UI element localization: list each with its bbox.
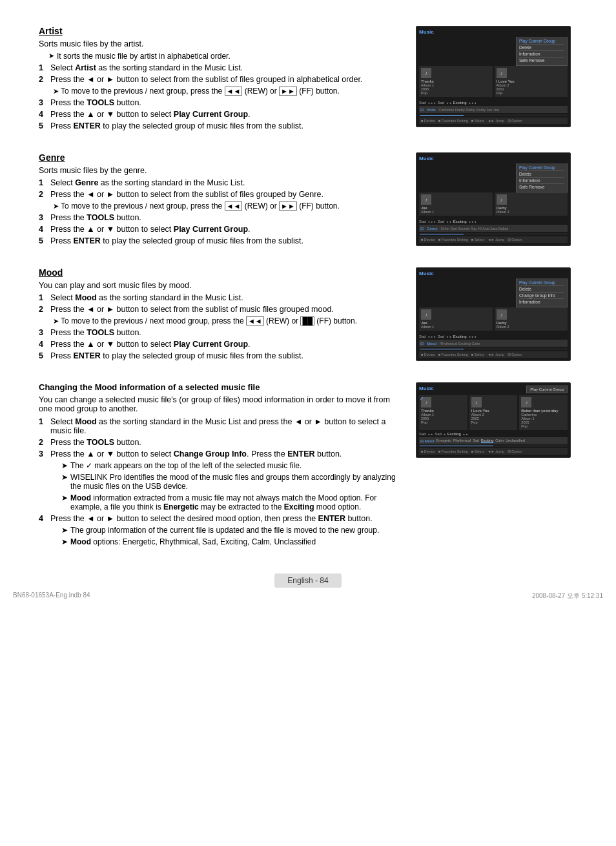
tip-group-update: ➤The group information of the current fi… bbox=[61, 526, 403, 535]
changing-step-2: 2Press the TOOLS button. bbox=[39, 438, 403, 447]
changing-ui-image: Music Play Current Group ♪ ✓ Thanks Albu… bbox=[416, 382, 577, 549]
mood-music-ui: Music Play Current Group Delete Change G… bbox=[416, 267, 571, 361]
genre-step-3: 3Press the TOOLS button. bbox=[39, 213, 403, 222]
genre-track-icon-2: ♪ bbox=[497, 194, 507, 205]
footer-label: English - 84 bbox=[274, 573, 341, 588]
sort-row: ⊟ Artist Catherine Darby Darby Darby Joe… bbox=[419, 106, 568, 113]
changing-sort-row: ⊟ Mood Energetic Rhythmical Sad Exciting… bbox=[419, 437, 568, 444]
mood-step-4: 4Press the ▲ or ▼ button to select Play … bbox=[39, 340, 403, 349]
mood-content: Mood You can play and sort music files b… bbox=[39, 267, 403, 363]
genre-tracks: ♪ Joe Album 1 ♪ Darby Album 2 bbox=[419, 192, 568, 216]
artist-steps-cont: 3Press the TOOLS button. 4Press the ▲ or… bbox=[39, 98, 403, 130]
changing-ui-title: Music bbox=[419, 386, 434, 391]
track-info: Album 12005Pop bbox=[421, 83, 491, 95]
mood-steps-cont: 3Press the TOOLS button. 4Press the ▲ or… bbox=[39, 328, 403, 360]
track-thanks: ♪ Thanks Album 12005Pop bbox=[419, 66, 493, 97]
changing-title: Changing the Mood information of a selec… bbox=[39, 382, 403, 392]
bottom-right-text: 2008-08-27 오후 5:12:31 bbox=[532, 592, 603, 601]
genre-content: Genre Sorts music files by the genre. 1S… bbox=[39, 152, 403, 248]
changing-track-icon-3: ♪ bbox=[521, 397, 531, 408]
page-bottom-bar: BN68-01653A-Eng.indb 84 2008-08-27 오후 5:… bbox=[0, 592, 616, 601]
mood-section: Mood You can play and sort music files b… bbox=[39, 267, 577, 363]
changing-steps: 1Select Mood as the sorting standard in … bbox=[39, 417, 403, 459]
exciting-label: Exciting bbox=[453, 101, 467, 105]
genre-step-4: 4Press the ▲ or ▼ button to select Play … bbox=[39, 225, 403, 234]
artist-music-ui: Music Play Current Group Delete Informat… bbox=[416, 26, 571, 127]
track-bar-fill bbox=[420, 115, 464, 116]
changing-step-1: 1Select Mood as the sorting standard in … bbox=[39, 417, 403, 435]
bottom-left-text: BN68-01653A-Eng.indb 84 bbox=[13, 592, 90, 601]
genre-section: Genre Sorts music files by the genre. 1S… bbox=[39, 152, 577, 248]
play-current-btn: Play Current Group bbox=[526, 386, 568, 393]
artist-tip1: ➤ It sorts the music file by artist in a… bbox=[48, 52, 403, 61]
sad-label2: Sad bbox=[438, 101, 445, 105]
genre-step-2: 2Press the ◄ or ► button to select from … bbox=[39, 190, 403, 199]
changing-desc: You can change a selected music file's (… bbox=[39, 395, 403, 413]
ctx-delete-m: Delete bbox=[519, 286, 564, 293]
mood-track-icon-2: ♪ bbox=[497, 309, 507, 320]
changing-step-4: 4Press the ◄ or ► button to select the d… bbox=[39, 514, 403, 523]
ctx-play-group-g: Play Current Group bbox=[519, 165, 564, 171]
genre-steps: 1Select Genre as the sorting standard in… bbox=[39, 178, 403, 199]
changing-track-3: ♪ Better than yesterday CatherineAlbum 1… bbox=[519, 395, 568, 430]
page-footer: English - 84 bbox=[0, 573, 616, 588]
ctx-safe-remove: Safe Remove bbox=[519, 57, 564, 63]
ctx-info-m: Information bbox=[519, 299, 564, 305]
page: Artist Sorts music files by the artist. … bbox=[0, 0, 616, 607]
changing-track-2: ♪ I Love You Album 22002Pop bbox=[469, 395, 518, 430]
changing-tips-4: ➤The group information of the current fi… bbox=[52, 526, 403, 546]
genre-sub-tip: ➤ To move to the previous / next group, … bbox=[53, 201, 403, 211]
music-ui-bottom: ■ Device ■ Favorites Setting ■ Select ◄►… bbox=[419, 118, 568, 124]
changing-steps-cont: 4Press the ◄ or ► button to select the d… bbox=[39, 514, 403, 523]
ctx-info-g: Information bbox=[519, 178, 564, 184]
ctx-play-group: Play Current Group bbox=[519, 38, 564, 45]
genre-track-info-2: Album 2 bbox=[497, 210, 566, 214]
genre-music-ui: Music Play Current Group Delete Informat… bbox=[416, 152, 571, 246]
changing-tracks: ♪ ✓ Thanks Album 12005Pop ♪ I Love You A… bbox=[419, 395, 568, 430]
mood-sub-tip: ➤ To move to the previous / next mood gr… bbox=[53, 316, 403, 325]
step-2: 2Press the ◄ or ► button to select from … bbox=[39, 75, 403, 84]
artist-sub-tip: ➤ To move to the previous / next group, … bbox=[53, 87, 403, 96]
genre-steps-cont: 3Press the TOOLS button. 4Press the ▲ or… bbox=[39, 213, 403, 245]
dots2: ● ● bbox=[446, 101, 451, 105]
artist-section: Artist Sorts music files by the artist. … bbox=[39, 26, 577, 133]
music-ui-title: Music bbox=[419, 29, 568, 35]
sort-label: Artist bbox=[427, 108, 436, 112]
track-iloveyou: ♪ I Love You Album 22002Pop bbox=[495, 66, 568, 97]
artist-desc: Sorts music files by the artist. bbox=[39, 39, 403, 48]
bottom-fav: ■ Favorites Setting bbox=[438, 119, 468, 123]
artist-title: Artist bbox=[39, 26, 403, 36]
genre-mood-row: Sad ● ● ● Sad ● ● Exciting ● ● ● bbox=[419, 220, 568, 223]
mood-steps: 1Select Mood as the sorting standard in … bbox=[39, 293, 403, 314]
tip-mood-options: ➤Mood options: Energetic, Rhythmical, Sa… bbox=[61, 537, 403, 546]
genre-ui-image: Music Play Current Group Delete Informat… bbox=[416, 152, 577, 248]
bottom-select: ■ Select bbox=[471, 119, 484, 123]
tip-mood-info: ➤Mood information extracted from a music… bbox=[61, 493, 403, 511]
tip-arrow: ➤ bbox=[48, 52, 54, 61]
track-icon-2: ♪ bbox=[497, 68, 507, 78]
ctx-play-group-m: Play Current Group bbox=[519, 280, 564, 286]
ctx-delete: Delete bbox=[519, 45, 564, 51]
mood-ui-title: Music bbox=[419, 271, 568, 276]
sad-label: Sad bbox=[419, 101, 426, 105]
mood-desc: You can play and sort music files by moo… bbox=[39, 281, 403, 290]
changing-track-info-3: CatherineAlbum 12005Pop bbox=[521, 413, 566, 428]
artist-tip1-text: It sorts the music file by artist in alp… bbox=[57, 52, 231, 61]
ctx-info: Information bbox=[519, 51, 564, 57]
genre-title: Genre bbox=[39, 152, 403, 163]
changing-tips: ➤The ✓ mark appears on the top of the le… bbox=[52, 461, 403, 511]
genre-step-5: 5Press ENTER to play the selected group … bbox=[39, 236, 403, 245]
genre-track-info: Album 1 bbox=[421, 210, 491, 214]
ctx-delete-g: Delete bbox=[519, 171, 564, 178]
bottom-jump: ◄► Jump bbox=[488, 119, 504, 123]
artist-ui-image: Music Play Current Group Delete Informat… bbox=[416, 26, 577, 133]
mood-context-menu: Play Current Group Delete Change Group I… bbox=[516, 278, 568, 307]
step-5: 5Press ENTER to play the selected group … bbox=[39, 121, 403, 130]
step-3: 3Press the TOOLS button. bbox=[39, 98, 403, 107]
mood-track-icon: ♪ bbox=[421, 309, 431, 320]
mood-sort-row: ⊟ Mood Rhythmical Exciting Calm bbox=[419, 340, 568, 347]
ctx-safe-remove-g: Safe Remove bbox=[519, 184, 564, 190]
artist-tracks: ♪ Thanks Album 12005Pop ♪ I Love You Alb… bbox=[419, 66, 568, 97]
step-4: 4Press the ▲ or ▼ button to select Play … bbox=[39, 110, 403, 119]
changing-track-info-2: Album 22002Pop bbox=[471, 413, 516, 424]
